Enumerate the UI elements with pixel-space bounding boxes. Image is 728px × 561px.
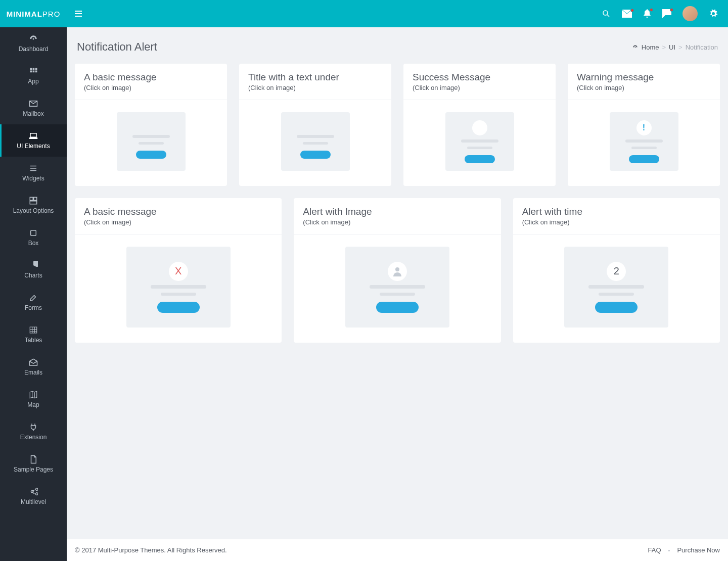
sidebar-item-map[interactable]: Map <box>0 383 67 415</box>
alert-card: A basic message(Click on image) <box>75 64 227 186</box>
envelope-icon <box>29 99 38 108</box>
file-icon <box>29 455 38 464</box>
card-subtitle: (Click on image) <box>84 218 272 226</box>
alert-mock[interactable] <box>281 112 350 171</box>
card-row-1: A basic message(Click on image)Title wit… <box>75 64 720 186</box>
avatar[interactable] <box>682 6 698 21</box>
sidebar-item-charts[interactable]: Charts <box>0 254 67 286</box>
bell-icon[interactable] <box>643 9 651 18</box>
plug-icon <box>29 423 38 432</box>
sidebar-item-label: Sample Pages <box>14 466 53 473</box>
warning-icon: ! <box>636 120 652 135</box>
breadcrumb-leaf: Notification <box>686 43 718 51</box>
sidebar-item-dashboard[interactable]: Dashboard <box>0 27 67 60</box>
bell-badge <box>650 8 653 12</box>
alert-card: Alert with Image(Click on image) <box>294 198 500 343</box>
footer-purchase-link[interactable]: Purchase Now <box>677 546 720 554</box>
sidebar-item-label: Mailbox <box>23 110 43 117</box>
sidebar-item-label: Box <box>28 240 39 247</box>
main-content: Notification Alert Home > UI > Notificat… <box>67 27 728 561</box>
sidebar-item-label: Forms <box>25 304 42 311</box>
user-icon <box>388 262 407 281</box>
breadcrumb-ui[interactable]: UI <box>669 43 675 51</box>
mail-badge <box>630 9 634 12</box>
card-title: Success Message <box>413 72 547 83</box>
edit-icon <box>29 293 38 302</box>
sidebar-item-label: Extension <box>20 434 47 441</box>
sidebar-item-label: Emails <box>24 369 42 376</box>
card-title: Alert with Image <box>303 206 491 217</box>
breadcrumb-home[interactable]: Home <box>642 43 659 51</box>
alert-card: Success Message(Click on image) <box>403 64 556 186</box>
footer-faq-link[interactable]: FAQ <box>648 546 661 554</box>
sidebar-item-emails[interactable]: Emails <box>0 351 67 383</box>
card-row-2: A basic message(Click on image)XAlert wi… <box>75 198 720 343</box>
svg-point-2 <box>395 267 399 271</box>
card-subtitle: (Click on image) <box>577 84 711 91</box>
share-icon <box>29 487 38 496</box>
sidebar-item-layout-options[interactable]: Layout Options <box>0 189 67 221</box>
sidebar-item-extension[interactable]: Extension <box>0 415 67 448</box>
sidebar-item-widgets[interactable]: Widgets <box>0 157 67 189</box>
box-icon <box>29 228 38 238</box>
timer-icon: 2 <box>607 262 626 281</box>
dashboard-icon <box>29 34 38 43</box>
sidebar-item-mailbox[interactable]: Mailbox <box>0 92 67 124</box>
sidebar-item-label: UI Elements <box>17 143 50 150</box>
alert-mock[interactable] <box>117 112 186 171</box>
card-subtitle: (Click on image) <box>248 84 382 91</box>
sidebar-item-forms[interactable]: Forms <box>0 286 67 318</box>
logo[interactable]: MINIMALPRO <box>0 0 67 27</box>
sidebar-item-label: Layout Options <box>13 207 54 214</box>
card-subtitle: (Click on image) <box>84 84 218 91</box>
alert-card: A basic message(Click on image)X <box>75 198 282 343</box>
dashboard-icon <box>632 44 639 50</box>
bars-icon <box>29 164 38 173</box>
hamburger-icon[interactable] <box>67 11 90 17</box>
mail-icon[interactable] <box>622 10 632 18</box>
error-x-icon: X <box>169 262 188 281</box>
sidebar-item-box[interactable]: Box <box>0 221 67 254</box>
sidebar-item-label: Multilevel <box>21 498 46 505</box>
chat-icon[interactable] <box>662 9 671 18</box>
alert-mock[interactable]: ! <box>610 112 678 171</box>
sidebar-item-tables[interactable]: Tables <box>0 318 67 351</box>
chat-badge <box>670 8 673 12</box>
card-title: A basic message <box>84 206 272 217</box>
card-title: A basic message <box>84 72 218 83</box>
page-title: Notification Alert <box>77 40 157 54</box>
card-subtitle: (Click on image) <box>413 84 547 91</box>
page-header: Notification Alert Home > UI > Notificat… <box>75 37 720 64</box>
table-icon <box>29 325 38 335</box>
sidebar-item-multilevel[interactable]: Multilevel <box>0 480 67 512</box>
sidebar: DashboardAppMailboxUI ElementsWidgetsLay… <box>0 27 67 561</box>
laptop-icon <box>29 131 38 141</box>
alert-card: Title with a text under(Click on image) <box>239 64 391 186</box>
alert-mock[interactable]: X <box>126 247 231 328</box>
success-circle-icon <box>472 120 487 135</box>
sidebar-item-label: Charts <box>24 272 42 279</box>
sidebar-item-app[interactable]: App <box>0 60 67 92</box>
sidebar-item-ui-elements[interactable]: UI Elements <box>0 124 67 157</box>
grid-icon <box>29 67 38 76</box>
alert-mock[interactable] <box>445 112 514 171</box>
breadcrumb: Home > UI > Notification <box>632 43 718 51</box>
card-subtitle: (Click on image) <box>522 218 711 226</box>
svg-point-0 <box>603 11 608 15</box>
footer: © 2017 Multi-Purpose Themes. All Rights … <box>67 539 728 561</box>
sidebar-item-sample-pages[interactable]: Sample Pages <box>0 448 67 480</box>
alert-mock[interactable] <box>345 247 449 328</box>
layout-icon <box>29 196 38 205</box>
card-title: Alert with time <box>522 206 711 217</box>
card-title: Warning message <box>577 72 711 83</box>
top-header: MINIMALPRO <box>0 0 728 27</box>
sidebar-item-label: Dashboard <box>19 45 49 53</box>
alert-mock[interactable]: 2 <box>564 247 668 328</box>
map-icon <box>29 390 38 399</box>
sidebar-item-label: Map <box>27 401 39 408</box>
search-icon[interactable] <box>602 9 611 18</box>
card-subtitle: (Click on image) <box>303 218 491 226</box>
copyright: © 2017 Multi-Purpose Themes. All Rights … <box>75 546 227 554</box>
gear-icon[interactable] <box>709 9 718 18</box>
card-title: Title with a text under <box>248 72 382 83</box>
